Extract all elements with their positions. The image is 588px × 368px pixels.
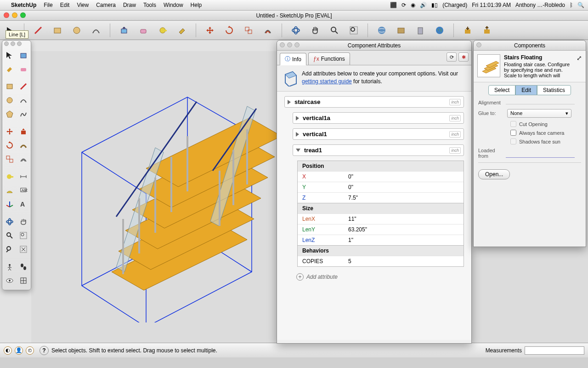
pushpull-tool[interactable] <box>17 125 30 138</box>
tab-info[interactable]: ⓘInfo <box>280 53 306 65</box>
select-tool[interactable] <box>3 49 16 62</box>
tape-tool-icon[interactable] <box>156 24 169 37</box>
menu-draw[interactable]: Draw <box>123 2 136 8</box>
menu-file[interactable]: File <box>44 2 52 8</box>
3dtext-tool[interactable]: A <box>17 198 30 211</box>
tab-select[interactable]: Select <box>488 85 515 95</box>
tape-tool[interactable] <box>3 170 16 183</box>
attr-row-lenx[interactable]: LenX11" <box>298 213 464 224</box>
dimension-tool[interactable] <box>17 170 30 183</box>
circle-tool-icon[interactable] <box>70 24 83 37</box>
disclosure-open-icon[interactable] <box>296 149 300 152</box>
wifi-icon[interactable]: ◉ <box>411 2 415 8</box>
earth-icon[interactable] <box>433 24 446 37</box>
orbit-tool[interactable] <box>3 215 16 228</box>
move-tool-icon[interactable] <box>204 24 216 37</box>
bluetooth-icon[interactable]: ᛒ <box>570 2 573 8</box>
zoom-extents-icon[interactable] <box>347 24 360 37</box>
warehouse-get-icon[interactable] <box>461 24 474 37</box>
protractor-tool[interactable] <box>3 184 16 197</box>
pan-tool[interactable] <box>17 215 30 228</box>
freehand-tool[interactable] <box>17 108 30 121</box>
face-camera-checkbox[interactable] <box>510 130 516 136</box>
person-icon[interactable]: 👤 <box>15 346 23 355</box>
attr-panel-titlebar[interactable]: Component Attributes <box>277 40 471 51</box>
orbit-tool-icon[interactable] <box>289 24 302 37</box>
menu-tools[interactable]: Tools <box>143 2 156 8</box>
scale-tool-icon[interactable] <box>242 24 255 37</box>
pushpull-tool-icon[interactable] <box>118 24 130 37</box>
attr-row-x[interactable]: X0" <box>298 171 464 182</box>
zoom-window[interactable] <box>20 12 26 18</box>
zoom-window-tool[interactable] <box>17 229 30 242</box>
zoom-extents-tool[interactable] <box>17 243 30 256</box>
node-tread1[interactable]: tread1 inch <box>293 144 464 156</box>
minimize-window[interactable] <box>12 12 17 18</box>
toggle-mode-button[interactable]: ✱ <box>458 52 469 62</box>
clock[interactable]: Fri 11:01:39 AM <box>472 2 511 8</box>
measurements-input[interactable] <box>525 346 584 355</box>
look-around-tool[interactable] <box>3 274 16 287</box>
attr-row-lenz[interactable]: LenZ1" <box>298 235 464 245</box>
menu-window[interactable]: Window <box>164 2 183 8</box>
arc-tool[interactable] <box>17 94 30 107</box>
menu-view[interactable]: View <box>77 2 89 8</box>
globe-icon[interactable] <box>375 24 388 37</box>
menu-edit[interactable]: Edit <box>60 2 70 8</box>
line-tool[interactable] <box>17 80 30 93</box>
spotlight-icon[interactable]: ⬛ <box>390 2 397 8</box>
zoom-icon[interactable] <box>294 42 300 47</box>
disclosure-icon[interactable] <box>288 100 291 104</box>
photo-icon[interactable] <box>395 24 407 37</box>
volume-icon[interactable]: 🔊 <box>420 2 427 8</box>
eraser-tool-icon[interactable] <box>137 24 150 37</box>
getting-started-link[interactable]: getting started guide <box>302 78 352 85</box>
close-icon[interactable] <box>280 42 285 47</box>
sync-icon[interactable]: ⟳ <box>401 2 406 8</box>
add-attribute-row[interactable]: + Add attribute <box>293 271 464 282</box>
offset-tool-icon[interactable] <box>261 24 274 37</box>
search-icon[interactable]: 🔍 <box>577 2 584 8</box>
expand-icon[interactable]: ⤢ <box>577 54 582 78</box>
close-icon[interactable] <box>476 42 481 47</box>
zoom-tool-icon[interactable] <box>328 24 341 37</box>
warehouse-share-icon[interactable] <box>481 24 493 37</box>
attr-row-z[interactable]: Z7.5" <box>298 192 464 203</box>
component-thumbnail[interactable] <box>477 54 500 77</box>
rectangle-tool-icon[interactable] <box>51 24 64 37</box>
disclosure-icon[interactable] <box>296 132 299 137</box>
followme-tool[interactable] <box>17 139 30 152</box>
app-menu[interactable]: SketchUp <box>11 2 36 8</box>
minimize-icon[interactable] <box>287 42 292 47</box>
offset-tool[interactable] <box>17 153 30 166</box>
section-tool[interactable] <box>17 274 30 287</box>
open-button[interactable]: Open... <box>478 169 510 179</box>
building-icon[interactable] <box>414 24 427 37</box>
menu-camera[interactable]: Camera <box>96 2 116 8</box>
axes-tool[interactable] <box>3 198 16 211</box>
window-titlebar[interactable]: Untitled - SketchUp Pro [EVAL] <box>0 11 588 21</box>
credits-icon[interactable]: © <box>26 346 34 355</box>
previous-tool[interactable] <box>3 243 16 256</box>
tab-edit[interactable]: Edit <box>515 85 537 95</box>
eraser-tool[interactable] <box>17 63 30 75</box>
line-tool-icon[interactable] <box>32 24 45 37</box>
attr-scroll-area[interactable]: staircase inch vertical1a inch vertical1… <box>277 92 471 340</box>
pan-tool-icon[interactable] <box>309 24 322 37</box>
tab-statistics[interactable]: Statistics <box>537 85 571 95</box>
zoom-tool[interactable] <box>3 229 16 242</box>
arc-tool-icon[interactable] <box>90 24 102 37</box>
menu-help[interactable]: Help <box>191 2 202 8</box>
node-staircase[interactable]: staircase inch <box>284 96 464 108</box>
walk-tool[interactable] <box>17 260 30 273</box>
attr-row-leny[interactable]: LenY63.205" <box>298 224 464 235</box>
component-tool[interactable] <box>17 49 30 62</box>
attr-row-copies[interactable]: COPIES5 <box>298 256 464 266</box>
position-camera-tool[interactable] <box>3 260 16 273</box>
node-vertical1[interactable]: vertical1 inch <box>293 128 464 140</box>
rectangle-tool[interactable] <box>3 80 16 93</box>
battery-icon[interactable]: ▮▯ <box>431 2 438 8</box>
paintbucket-tool[interactable] <box>3 63 16 75</box>
glue-select[interactable]: None ▾ <box>507 109 571 118</box>
circle-tool[interactable] <box>3 94 16 107</box>
